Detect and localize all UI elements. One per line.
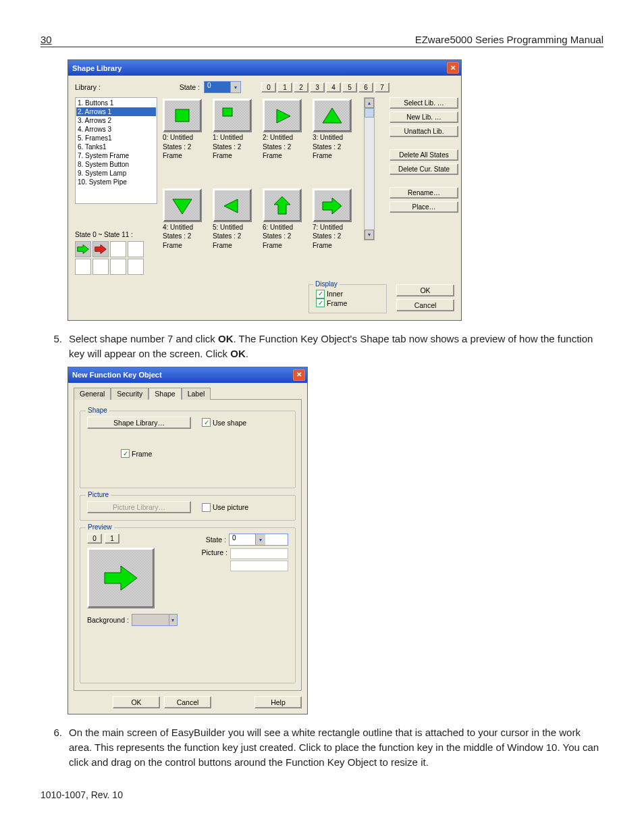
shape-thumb[interactable]: 7: UntitledStates : 2Frame	[313, 188, 360, 274]
cancel-button[interactable]: Cancel	[396, 299, 454, 311]
svg-marker-9	[323, 198, 342, 214]
mini-state-cell[interactable]	[75, 241, 91, 257]
side-button[interactable]: Delete Cur. State	[390, 163, 458, 175]
svg-marker-6	[173, 199, 192, 214]
display-group-label: Display	[313, 280, 340, 288]
frame-checkbox2[interactable]: ✓Frame	[121, 449, 152, 458]
help-button[interactable]: Help	[254, 696, 302, 708]
step-number: 6.	[41, 725, 69, 769]
library-item[interactable]: 6. Tanks1	[76, 142, 156, 151]
close-icon[interactable]: ✕	[293, 369, 305, 381]
shape-thumb[interactable]: 6: UntitledStates : 2Frame	[263, 188, 310, 274]
state-combo2[interactable]: 0▾	[229, 533, 288, 546]
library-item[interactable]: 10. System Pipe	[76, 178, 156, 186]
mini-state-cell[interactable]	[92, 259, 109, 275]
scroll-down-icon[interactable]: ▾	[365, 230, 374, 240]
svg-marker-5	[323, 108, 342, 123]
tab-shape[interactable]: Shape	[149, 388, 181, 400]
library-item[interactable]: 4. Arrows 3	[76, 125, 156, 134]
picture-field	[230, 548, 288, 559]
shape-library-dialog: Shape Library ✕ Library : State : 0▾ 012…	[68, 59, 462, 321]
svg-marker-1	[95, 244, 107, 253]
shape-library-button[interactable]: Shape Library…	[87, 417, 191, 429]
ok-button[interactable]: OK	[396, 284, 454, 296]
tab-security[interactable]: Security	[111, 388, 149, 400]
cancel-button2[interactable]: Cancel	[164, 696, 211, 708]
background-label: Background :	[87, 616, 129, 624]
page-number: 30	[41, 34, 52, 45]
svg-marker-10	[105, 566, 137, 590]
svg-rect-2	[176, 109, 189, 122]
library-item[interactable]: 8. System Button	[76, 160, 156, 169]
preview-state-0[interactable]: 0	[87, 533, 102, 544]
mini-state-cell[interactable]	[110, 259, 126, 275]
mini-state-cell[interactable]	[75, 259, 91, 275]
doc-title: EZware5000 Series Programming Manual	[415, 34, 603, 45]
state-btn-7[interactable]: 7	[375, 82, 390, 93]
step-number: 5.	[41, 332, 69, 361]
dialog-title: New Function Key Object	[72, 371, 162, 379]
function-key-dialog: New Function Key Object ✕ GeneralSecurit…	[68, 367, 308, 715]
state-btn-3[interactable]: 3	[310, 82, 325, 93]
preview-group-label: Preview	[86, 523, 114, 531]
library-item[interactable]: 7. System Frame	[76, 151, 156, 160]
library-item[interactable]: 5. Frames1	[76, 134, 156, 142]
library-item[interactable]: 1. Buttons 1	[76, 99, 156, 107]
picture-field2	[230, 561, 288, 571]
state-range-label: State 0 ~ State 11 :	[75, 231, 157, 238]
tab-general[interactable]: General	[74, 388, 111, 400]
frame-checkbox[interactable]: ✓Frame	[316, 298, 347, 307]
dialog-title: Shape Library	[72, 64, 122, 72]
svg-marker-7	[224, 199, 238, 213]
svg-marker-8	[274, 197, 290, 214]
library-item[interactable]: 9. System Lamp	[76, 169, 156, 178]
state-btn-4[interactable]: 4	[326, 82, 341, 93]
use-picture-checkbox[interactable]: Use picture	[202, 503, 248, 512]
state-btn-5[interactable]: 5	[342, 82, 357, 93]
state-btn-1[interactable]: 1	[277, 82, 292, 93]
inner-checkbox[interactable]: ✓Inner	[316, 290, 343, 298]
svg-marker-4	[277, 109, 290, 123]
use-shape-checkbox[interactable]: ✓Use shape	[202, 418, 246, 427]
shape-thumb[interactable]: 5: UntitledStates : 2Frame	[213, 188, 260, 274]
ok-button2[interactable]: OK	[113, 696, 160, 708]
step-text: On the main screen of EasyBuilder you wi…	[69, 725, 603, 769]
state-btn-6[interactable]: 6	[358, 82, 373, 93]
shape-thumb[interactable]: 0: UntitledStates : 2Frame	[163, 99, 210, 184]
mini-state-cell[interactable]	[92, 241, 109, 257]
mini-state-cell[interactable]	[128, 259, 144, 275]
mini-state-cell[interactable]	[110, 241, 126, 257]
state-btn-0[interactable]: 0	[261, 82, 276, 93]
svg-rect-3	[223, 108, 232, 116]
svg-marker-0	[78, 244, 89, 253]
library-item[interactable]: 3. Arrows 2	[76, 116, 156, 125]
preview-state-1[interactable]: 1	[105, 533, 119, 544]
shape-thumb[interactable]: 1: UntitledStates : 2Frame	[213, 99, 260, 184]
scroll-up-icon[interactable]: ▴	[365, 98, 374, 108]
side-button[interactable]: Delete All States	[390, 149, 458, 161]
shape-thumb[interactable]: 3: UntitledStates : 2Frame	[313, 99, 360, 184]
tab-label[interactable]: Label	[182, 388, 211, 400]
picture-group-label: Picture	[86, 491, 111, 498]
library-item[interactable]: 2. Arrows 1	[76, 107, 156, 116]
side-button[interactable]: Rename…	[390, 187, 458, 199]
picture-library-button[interactable]: Picture Library…	[87, 501, 191, 513]
step-text: Select shape number 7 and click OK. The …	[69, 332, 603, 361]
picture-label: Picture :	[201, 548, 227, 556]
thumb-scrollbar[interactable]: ▴ ▾	[364, 97, 375, 240]
side-button[interactable]: New Lib. …	[390, 111, 458, 123]
state-combo[interactable]: 0▾	[204, 81, 241, 93]
side-button[interactable]: Select Lib. …	[390, 97, 458, 109]
state-label: State :	[180, 83, 200, 91]
shape-thumb[interactable]: 4: UntitledStates : 2Frame	[163, 188, 210, 274]
library-list[interactable]: 1. Buttons 12. Arrows 13. Arrows 24. Arr…	[75, 97, 157, 204]
background-combo[interactable]: ▾	[132, 614, 178, 626]
preview-thumbnail	[87, 548, 155, 608]
mini-state-cell[interactable]	[128, 241, 144, 257]
side-button[interactable]: Place…	[390, 201, 458, 213]
shape-thumb[interactable]: 2: UntitledStates : 2Frame	[263, 99, 310, 184]
close-icon[interactable]: ✕	[447, 62, 459, 74]
state-label2: State :	[206, 536, 226, 544]
state-btn-2[interactable]: 2	[294, 82, 308, 93]
side-button[interactable]: Unattach Lib.	[390, 126, 458, 137]
